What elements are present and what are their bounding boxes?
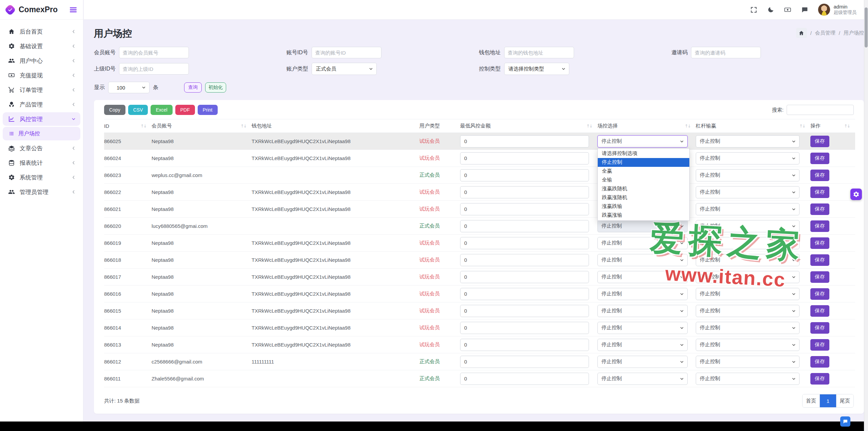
avatar[interactable]	[818, 3, 830, 16]
dropdown-option-6[interactable]: 涨赢跌输	[598, 202, 689, 211]
sidebar-item-0[interactable]: 后台首页	[3, 25, 80, 38]
hamburger-icon[interactable]	[69, 5, 78, 14]
filter-input-3[interactable]	[691, 47, 761, 58]
export-csv-button[interactable]: CSV	[128, 105, 148, 115]
column-header-3[interactable]: 用户类型	[419, 119, 460, 133]
sidebar-item-6[interactable]: 风控管理	[3, 112, 80, 126]
filter-input-1[interactable]	[312, 47, 381, 58]
page-scrollbar[interactable]	[864, 0, 868, 431]
export-pdf-button[interactable]: PDF	[175, 105, 195, 115]
fullscreen-icon[interactable]	[750, 6, 757, 14]
filter-input-0[interactable]	[119, 47, 189, 58]
sort-icon[interactable]: ↑↓	[586, 123, 592, 129]
leverage-control-select[interactable]: 停止控制	[696, 135, 800, 148]
save-button[interactable]: 保存	[810, 288, 829, 300]
save-button[interactable]: 保存	[810, 373, 829, 385]
breadcrumb-home-icon[interactable]	[796, 28, 807, 38]
leverage-control-select[interactable]: 停止控制	[696, 271, 800, 283]
save-button[interactable]: 保存	[810, 203, 829, 215]
leverage-control-select[interactable]: 停止控制	[696, 322, 800, 334]
min-risk-amount-input[interactable]	[460, 271, 589, 283]
save-button[interactable]: 保存	[810, 356, 829, 368]
leverage-control-select[interactable]: 停止控制	[696, 237, 800, 249]
sidebar-item-9[interactable]: 报表统计	[3, 156, 80, 170]
column-header-0[interactable]: ID↑↓	[104, 119, 152, 133]
min-risk-amount-input[interactable]	[460, 339, 589, 351]
banknote-icon[interactable]	[784, 6, 791, 14]
dropdown-option-0[interactable]: 请选择控制选项	[598, 149, 689, 158]
field-control-select[interactable]: 停止控制	[597, 373, 688, 385]
min-risk-amount-input[interactable]	[460, 169, 589, 181]
export-copy-button[interactable]: Copy	[104, 105, 125, 115]
save-button[interactable]: 保存	[810, 271, 829, 283]
dropdown-option-4[interactable]: 涨赢跌随机	[598, 184, 689, 193]
min-risk-amount-input[interactable]	[460, 373, 589, 385]
field-control-select[interactable]: 停止控制	[597, 356, 688, 368]
field-control-select[interactable]: 停止控制	[597, 305, 688, 317]
filter-input-2[interactable]	[504, 47, 574, 58]
dropdown-option-3[interactable]: 全输	[598, 176, 689, 184]
sidebar-item-11[interactable]: 管理员管理	[3, 185, 80, 199]
sort-icon[interactable]: ↑↓	[140, 123, 146, 129]
dark-mode-moon-icon[interactable]	[767, 6, 774, 14]
scrollbar-thumb[interactable]	[865, 7, 868, 47]
filter-input-4[interactable]	[119, 63, 189, 75]
sidebar-item-1[interactable]: 基础设置	[3, 39, 80, 53]
sort-icon[interactable]: ↑↓	[799, 123, 805, 129]
chat-icon[interactable]	[801, 6, 808, 14]
save-button[interactable]: 保存	[810, 153, 829, 164]
min-risk-amount-input[interactable]	[460, 288, 589, 300]
user-menu[interactable]: admin 超级管理员	[818, 3, 857, 16]
reset-button[interactable]: 初始化	[205, 82, 226, 93]
chat-widget-button[interactable]	[840, 416, 850, 427]
sidebar-item-3[interactable]: 充值提现	[3, 68, 80, 82]
save-button[interactable]: 保存	[810, 237, 829, 249]
filter-select-6[interactable]: 请选择控制类型	[504, 63, 569, 75]
sidebar-item-8[interactable]: 文章公告	[3, 141, 80, 155]
sort-icon[interactable]: ↑↓	[240, 123, 246, 129]
page-number[interactable]: 1	[820, 394, 836, 407]
save-button[interactable]: 保存	[810, 220, 829, 232]
field-control-select[interactable]: 停止控制	[597, 220, 688, 232]
query-button[interactable]: 查询	[184, 82, 202, 93]
sort-icon[interactable]: ↑↓	[844, 123, 850, 129]
leverage-control-select[interactable]: 停止控制	[696, 288, 800, 300]
save-button[interactable]: 保存	[810, 136, 829, 147]
field-control-select[interactable]: 停止控制请选择控制选项停止控制全赢全输涨赢跌随机跌赢涨随机涨赢跌输跌赢涨输	[597, 135, 688, 148]
settings-fab[interactable]	[850, 189, 862, 200]
export-excel-button[interactable]: Excel	[151, 105, 172, 115]
min-risk-amount-input[interactable]	[460, 152, 589, 164]
save-button[interactable]: 保存	[810, 339, 829, 351]
field-control-select[interactable]: 停止控制	[597, 237, 688, 249]
field-control-select[interactable]: 停止控制	[597, 254, 688, 266]
min-risk-amount-input[interactable]	[460, 305, 589, 317]
sidebar-item-7[interactable]: 用户场控	[3, 127, 80, 140]
min-risk-amount-input[interactable]	[460, 254, 589, 266]
min-risk-amount-input[interactable]	[460, 135, 589, 148]
leverage-control-select[interactable]: 停止控制	[696, 373, 800, 385]
leverage-control-select[interactable]: 停止控制	[696, 339, 800, 351]
filter-select-5[interactable]: 正式会员	[312, 63, 377, 75]
dropdown-option-7[interactable]: 跌赢涨输	[598, 211, 689, 220]
leverage-control-select[interactable]: 停止控制	[696, 186, 800, 198]
leverage-control-select[interactable]: 停止控制	[696, 169, 800, 181]
field-control-select[interactable]: 停止控制	[597, 288, 688, 300]
column-header-1[interactable]: 会员账号↑↓	[152, 119, 252, 133]
min-risk-amount-input[interactable]	[460, 220, 589, 232]
page-last[interactable]: 尾页	[836, 394, 853, 407]
field-control-select[interactable]: 停止控制	[597, 322, 688, 334]
dropdown-option-5[interactable]: 跌赢涨随机	[598, 193, 689, 202]
column-header-6[interactable]: 杠杆输赢↑↓	[696, 119, 810, 133]
sidebar-item-10[interactable]: 系统管理	[3, 171, 80, 184]
column-header-2[interactable]: 钱包地址	[252, 119, 419, 133]
sidebar-item-5[interactable]: 产品管理	[3, 98, 80, 111]
min-risk-amount-input[interactable]	[460, 322, 589, 334]
column-header-7[interactable]: 操作↑↓	[810, 119, 855, 133]
sidebar-item-4[interactable]: 订单管理	[3, 83, 80, 97]
leverage-control-select[interactable]: 停止控制	[696, 254, 800, 266]
leverage-control-select[interactable]: 停止控制	[696, 203, 800, 215]
sidebar-item-2[interactable]: 用户中心	[3, 54, 80, 67]
page-size-select[interactable]: 100	[108, 82, 150, 93]
page-first[interactable]: 首页	[803, 394, 820, 407]
save-button[interactable]: 保存	[810, 187, 829, 198]
